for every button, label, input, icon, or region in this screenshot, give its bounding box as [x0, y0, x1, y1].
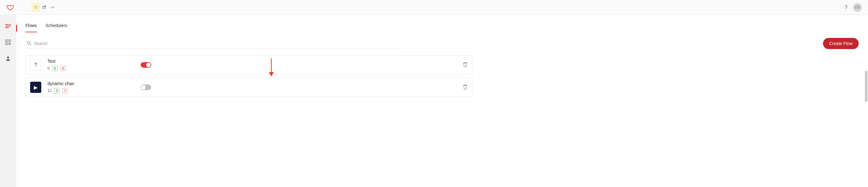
toolbar: Create Flow: [26, 38, 859, 49]
svg-rect-3: [6, 40, 7, 42]
scrollbar[interactable]: [865, 71, 867, 102]
flow-success-count: 0: [52, 66, 58, 71]
svg-line-9: [30, 44, 31, 45]
flow-row[interactable]: ▶ dynamic chan 12 5 7: [26, 77, 472, 97]
svg-point-7: [7, 57, 9, 58]
flow-type-icon: ▶: [30, 82, 41, 93]
flow-error-count: 0: [60, 66, 66, 71]
workspace-label: IT: [42, 5, 46, 10]
left-nav-rail: [0, 15, 16, 187]
flow-type-icon: ?: [30, 59, 41, 70]
delete-flow-button[interactable]: [463, 84, 468, 91]
nav-people-icon[interactable]: [4, 55, 12, 62]
flow-enable-toggle[interactable]: [141, 62, 151, 68]
main-content: Flows Schedulers Create Flow ? Test 0 0 …: [16, 15, 868, 187]
flow-run-count: 0: [48, 66, 50, 70]
search-input[interactable]: [34, 41, 400, 46]
flow-success-count: 5: [54, 88, 60, 94]
help-button[interactable]: ?: [845, 5, 847, 10]
chevron-down-icon: [51, 6, 54, 9]
flow-info: Test 0 0 0: [48, 59, 141, 71]
flow-name: Test: [48, 59, 141, 64]
flow-enable-toggle[interactable]: [141, 85, 151, 90]
flow-run-count: 12: [48, 89, 52, 93]
tab-bar: Flows Schedulers: [26, 21, 859, 32]
svg-rect-4: [9, 40, 10, 42]
delete-flow-button[interactable]: [463, 62, 468, 68]
flow-name: dynamic chan: [48, 81, 141, 86]
search-icon: [27, 41, 31, 46]
svg-point-6: [9, 43, 10, 45]
flow-stats: 12 5 7: [48, 88, 141, 94]
user-avatar[interactable]: CO: [853, 3, 862, 12]
workspace-switcher[interactable]: IT: [31, 3, 54, 12]
app-logo[interactable]: [6, 4, 14, 11]
tab-schedulers[interactable]: Schedulers: [45, 21, 67, 32]
flow-error-count: 7: [62, 88, 68, 94]
svg-point-8: [27, 41, 30, 44]
search-field-wrap[interactable]: [26, 39, 401, 49]
flow-stats: 0 0 0: [48, 66, 141, 71]
flow-info: dynamic chan 12 5 7: [48, 81, 141, 94]
nav-flows-icon[interactable]: [4, 22, 12, 30]
svg-rect-5: [6, 43, 7, 45]
flow-row[interactable]: ? Test 0 0 0: [26, 55, 472, 74]
tab-flows[interactable]: Flows: [26, 21, 37, 32]
flow-list: ? Test 0 0 0 ▶ dynamic chan: [26, 55, 472, 97]
create-flow-button[interactable]: Create Flow: [823, 38, 859, 49]
workspace-icon: [31, 3, 40, 12]
nav-apps-icon[interactable]: [4, 38, 12, 46]
top-bar: IT ? CO: [0, 0, 868, 15]
